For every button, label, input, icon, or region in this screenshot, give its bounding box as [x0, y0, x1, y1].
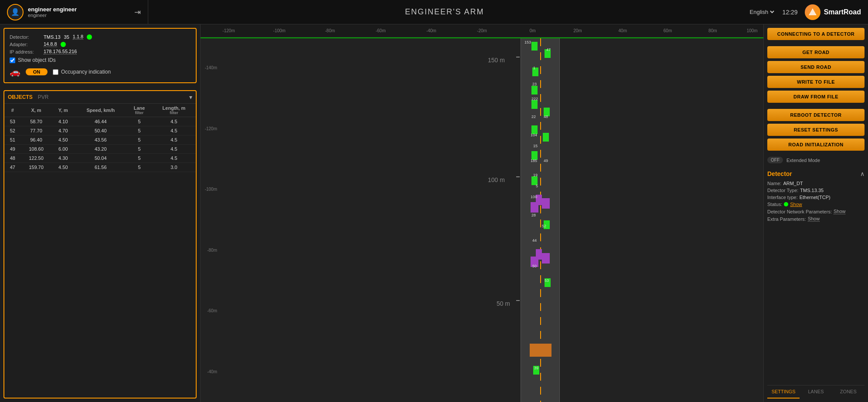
det-type-value: TMS.13.35: [800, 188, 824, 193]
road-canvas-area[interactable]: -120m -100m -80m -60m -40m -20m 0m 20m 4…: [201, 24, 763, 402]
det-type-row: Detector Type: TMS.13.35: [767, 188, 865, 193]
table-header: # X, m Y, m Speed, km/h Lanefilter Lengt…: [4, 104, 196, 117]
road-id: 153: [524, 40, 531, 44]
cell-id: 53: [4, 117, 21, 126]
road-id: 39: [534, 366, 538, 370]
detector-section-title: Detector: [767, 170, 792, 177]
cell-y: 4.70: [51, 126, 75, 135]
road-id: 104: [531, 133, 537, 137]
road-object-purple: [536, 249, 542, 260]
cell-speed: 46.44: [75, 117, 126, 126]
road-id: 1: [533, 66, 535, 70]
road-id: 100: [531, 195, 537, 199]
y-mark: -120m: [205, 126, 217, 131]
col-length[interactable]: Length, mfilter: [152, 104, 196, 117]
det-type-label: Detector Type:: [767, 188, 798, 193]
y-mark: -100m: [205, 187, 217, 192]
detector-section: Detector ∧ Name: ARM_DT Detector Type: T…: [767, 170, 865, 223]
tab-objects[interactable]: OBJECTS: [8, 94, 33, 100]
dist-50m: 50 m: [497, 300, 510, 307]
objects-table: # X, m Y, m Speed, km/h Lanefilter Lengt…: [4, 104, 196, 398]
tick-150: [516, 57, 520, 57]
tick-100: [516, 176, 520, 177]
send-road-button[interactable]: SEND ROAD: [767, 61, 865, 73]
top-bar: 👤 engineer engineer engineer ⇥ ENGINEER'…: [0, 0, 868, 24]
detector-collapse-icon[interactable]: ∧: [860, 170, 865, 177]
cell-id: 48: [4, 154, 21, 163]
det-name-value: ARM_DT: [783, 181, 803, 186]
occupancy-row: Occupancy indication: [53, 69, 111, 75]
cell-id: 52: [4, 126, 21, 135]
cell-length: 4.5: [152, 154, 196, 163]
road-object: [531, 42, 538, 51]
extended-mode-row: OFF Extended Mode: [767, 157, 865, 163]
main-layout: Detector: TMS.13 35 1.1.8 Adapter: 14.8.…: [0, 24, 868, 402]
adapter-row: Adapter: 14.8.8: [10, 41, 191, 47]
y-ruler: -140m -120m -100m -80m -60m -40m: [201, 37, 219, 402]
write-file-button[interactable]: WRITE TO FILE: [767, 76, 865, 88]
cell-x: 58.70: [21, 117, 52, 126]
road-id: 185: [531, 159, 537, 163]
objects-dropdown-icon[interactable]: ▾: [189, 94, 192, 101]
ruler-top: -120m -100m -80m -60m -40m -20m 0m 20m 4…: [201, 24, 763, 37]
reset-settings-button[interactable]: RESET SETTINGS: [767, 124, 865, 136]
network-row: Detector Network Parameters: Show: [767, 209, 865, 214]
ip-row: IP address: 178.176.55.216: [10, 49, 191, 54]
tab-settings[interactable]: SETTINGS: [767, 385, 800, 399]
extended-mode-label: Extended Mode: [786, 158, 820, 163]
occupancy-checkbox[interactable]: [53, 69, 58, 75]
cell-lane: 5: [126, 145, 152, 154]
ruler-mark: -40m: [426, 28, 436, 33]
tab-zones[interactable]: ZONES: [832, 385, 865, 399]
detector-label: Detector:: [10, 34, 40, 40]
table-row: 51 96.40 4.50 43.56 5 4.5: [4, 135, 196, 145]
objects-panel: OBJECTS PVR ▾ # X, m Y, m Speed, km/h La…: [3, 90, 197, 399]
cell-y: 4.50: [51, 163, 75, 172]
tracking-toggle[interactable]: ON: [26, 68, 48, 75]
ruler-mark: 0m: [530, 28, 536, 33]
connect-detector-button[interactable]: CONNECTING TO A DETECTOR: [767, 28, 865, 40]
ruler-mark: 40m: [619, 28, 627, 33]
road-base: [530, 344, 551, 357]
cell-x: 77.70: [21, 126, 52, 135]
extended-mode-toggle[interactable]: OFF: [767, 157, 783, 163]
cell-x: 108.60: [21, 145, 52, 154]
draw-file-button[interactable]: DRAW FROM FILE: [767, 91, 865, 103]
status-row: Status: Show: [767, 202, 865, 207]
adapter-value: 14.8.8: [44, 41, 57, 47]
status-show-link[interactable]: Show: [790, 202, 802, 207]
cell-lane: 5: [126, 117, 152, 126]
cell-y: 6.00: [51, 145, 75, 154]
ip-value: 178.176.55.216: [44, 49, 77, 54]
tab-pvr[interactable]: PVR: [38, 94, 49, 100]
network-show-link[interactable]: Show: [834, 209, 846, 214]
language-select[interactable]: English: [748, 8, 776, 16]
detector-section-header: Detector ∧: [767, 170, 865, 177]
objects-tabs: OBJECTS PVR ▾: [4, 91, 196, 104]
adapter-status-dot: [61, 42, 66, 47]
user-name: engineer engineer: [28, 6, 130, 13]
road-init-button[interactable]: ROAD INITIALIZATION: [767, 139, 865, 151]
y-mark: -40m: [207, 369, 217, 374]
status-label: Status:: [767, 202, 782, 207]
show-ids-checkbox[interactable]: [10, 57, 15, 63]
app-title: ENGINEER'S ARM: [148, 7, 741, 17]
brand-name: SmartRoad: [824, 8, 861, 16]
extra-show-link[interactable]: Show: [808, 216, 820, 222]
time-display: 12:29: [783, 9, 798, 16]
user-section: 👤 engineer engineer engineer ⇥: [0, 0, 148, 24]
car-icon: 🚗: [10, 67, 20, 77]
logout-icon[interactable]: ⇥: [134, 7, 141, 17]
get-road-button[interactable]: GET ROAD: [767, 46, 865, 58]
reboot-detector-button[interactable]: REBOOT DETECTOR: [767, 109, 865, 121]
detector-model: TMS.13: [44, 34, 61, 40]
col-speed: Speed, km/h: [75, 104, 126, 117]
user-avatar: 👤: [7, 4, 24, 20]
road-id: 44: [532, 238, 537, 243]
network-label: Detector Network Parameters:: [767, 209, 832, 214]
road-canvas[interactable]: 150 m 100 m 50 m: [219, 38, 763, 402]
road-id: 48: [544, 115, 548, 119]
tab-lanes[interactable]: LANES: [800, 385, 832, 399]
brand: SmartRoad: [805, 4, 861, 20]
col-lane[interactable]: Lanefilter: [126, 104, 152, 117]
